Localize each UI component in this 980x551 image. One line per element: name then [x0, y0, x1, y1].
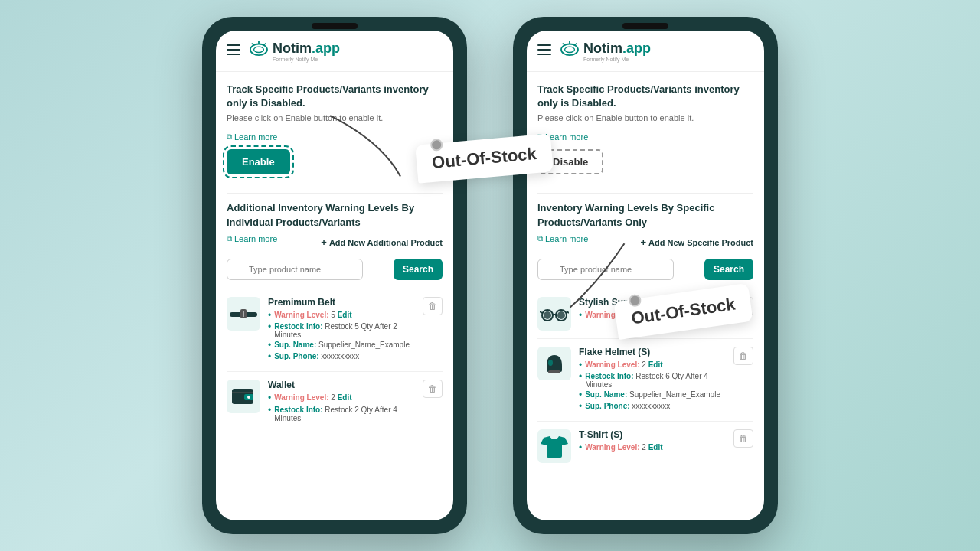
- search-button-left[interactable]: Search: [394, 259, 443, 280]
- divider-left: [227, 193, 443, 194]
- inventory-section-left: Additional Inventory Warning Levels By I…: [227, 201, 443, 432]
- detail-supphone-belt: Sup. Phone: xxxxxxxxxx: [268, 352, 415, 362]
- search-button-right[interactable]: Search: [704, 259, 753, 280]
- detail-restock-helmet: Restock Info: Restock 6 Qty After 4 Minu…: [579, 372, 726, 389]
- actions-row-right: Learn more Add New Specific Product: [537, 234, 753, 251]
- product-name-belt: Premimum Belt: [268, 297, 415, 308]
- inventory-section-right: Inventory Warning Levels By Specific Pro…: [537, 201, 753, 471]
- search-input-right[interactable]: [537, 259, 674, 280]
- logo-subtitle-left: Formerly Notify Me: [273, 57, 340, 62]
- logo-text-right: Notim.app: [583, 41, 651, 57]
- logo-right: Notim.app Formerly Notify Me: [559, 40, 651, 62]
- detail-warning-wallet: Warning Level: 2 Edit: [268, 393, 415, 403]
- add-new-product-right[interactable]: Add New Specific Product: [640, 236, 753, 248]
- app-header-left: Notim.app Formerly Notify Me: [216, 31, 453, 72]
- svg-rect-17: [537, 54, 551, 55]
- product-info-belt: Premimum Belt Warning Level: 5 Edit Rest…: [268, 297, 415, 364]
- product-img-helmet: [537, 347, 571, 380]
- svg-rect-30: [548, 370, 560, 373]
- inventory-header-right: Inventory Warning Levels By Specific Pro…: [537, 201, 753, 229]
- add-new-product-left[interactable]: Add New Additional Product: [321, 236, 443, 248]
- detail-supphone-helmet: Sup. Phone: xxxxxxxxxx: [579, 402, 726, 412]
- svg-rect-2: [227, 54, 240, 55]
- product-img-belt: [227, 297, 260, 331]
- product-item-wallet: Wallet Warning Level: 2 Edit Restock Inf…: [227, 372, 443, 432]
- svg-rect-0: [227, 44, 240, 46]
- divider-right: [537, 193, 753, 194]
- detail-supname-belt: Sup. Name: Suppelier_Name_Example: [268, 341, 415, 350]
- phone-left-screen: Notim.app Formerly Notify Me Track Speci…: [216, 31, 453, 520]
- detail-restock-belt: Restock Info: Restock 5 Qty After 2 Minu…: [268, 322, 415, 339]
- svg-line-7: [263, 44, 266, 46]
- oos-tag-2-text: Out-Of-Stock: [630, 295, 737, 328]
- product-img-sunglass: [537, 297, 571, 331]
- detail-restock-wallet: Restock Info: Restock 2 Qty After 4 Minu…: [268, 406, 415, 422]
- svg-point-31: [548, 360, 553, 366]
- tracking-subtitle-left: Please click on Enable button to enable …: [227, 113, 443, 122]
- delete-belt[interactable]: 🗑: [423, 297, 443, 315]
- product-item-tshirt: T-Shirt (S) Warning Level: 2 Edit 🗑: [537, 422, 753, 471]
- product-item-helmet: Flake Helmet (S) Warning Level: 2 Edit R…: [537, 339, 753, 422]
- phone-left: Notim.app Formerly Notify Me Track Speci…: [202, 17, 467, 534]
- svg-line-6: [252, 44, 254, 46]
- search-input-wrapper-right: [537, 259, 700, 280]
- learn-more-inventory-right[interactable]: Learn more: [537, 234, 588, 243]
- menu-icon-left[interactable]: [227, 43, 240, 59]
- tracking-section-right: Track Specific Products/Variants invento…: [537, 83, 753, 185]
- svg-point-19: [565, 47, 575, 52]
- svg-point-25: [544, 311, 551, 319]
- app-header-right: Notim.app Formerly Notify Me: [527, 31, 764, 72]
- oos-tag-1-text: Out-Of-Stock: [431, 144, 537, 172]
- logo-text-left: Notim.app: [273, 41, 340, 57]
- svg-point-3: [250, 44, 267, 56]
- phone-right: Notim.app Formerly Notify Me Track Speci…: [513, 17, 778, 534]
- svg-line-22: [574, 44, 577, 46]
- svg-point-4: [254, 47, 264, 52]
- logo-subtitle-right: Formerly Notify Me: [583, 57, 651, 62]
- search-row-left: Search: [227, 259, 443, 280]
- learn-more-left[interactable]: Learn more: [227, 132, 277, 142]
- svg-point-13: [247, 396, 250, 399]
- svg-rect-10: [243, 311, 244, 317]
- svg-point-26: [557, 311, 565, 319]
- enable-button[interactable]: Enable: [227, 149, 290, 174]
- product-name-wallet: Wallet: [268, 380, 415, 390]
- product-info-wallet: Wallet Warning Level: 2 Edit Restock Inf…: [268, 380, 415, 423]
- product-img-tshirt: [537, 429, 571, 463]
- learn-more-inventory-left[interactable]: Learn more: [227, 234, 277, 243]
- logo-left: Notim.app Formerly Notify Me: [248, 40, 340, 62]
- menu-icon-right[interactable]: [537, 43, 551, 59]
- product-item-belt: Premimum Belt Warning Level: 5 Edit Rest…: [227, 289, 443, 373]
- detail-warning-tshirt: Warning Level: 2 Edit: [579, 443, 726, 453]
- inventory-header-left: Additional Inventory Warning Levels By I…: [227, 201, 443, 229]
- detail-warning-helmet: Warning Level: 2 Edit: [579, 360, 726, 370]
- delete-tshirt[interactable]: 🗑: [733, 429, 753, 448]
- detail-warning-belt: Warning Level: 5 Edit: [268, 311, 415, 321]
- svg-rect-1: [227, 49, 240, 51]
- delete-helmet[interactable]: 🗑: [733, 347, 753, 365]
- svg-line-28: [540, 311, 542, 313]
- tracking-section-left: Track Specific Products/Variants invento…: [227, 83, 443, 185]
- tracking-title-right: Track Specific Products/Variants invento…: [537, 83, 753, 110]
- svg-rect-16: [537, 49, 551, 51]
- tracking-subtitle-right: Please click on Enable button to enable …: [537, 113, 753, 122]
- svg-line-21: [563, 44, 565, 46]
- search-input-wrapper-left: [227, 259, 389, 280]
- svg-rect-15: [537, 44, 551, 46]
- svg-point-18: [561, 44, 578, 56]
- product-name-tshirt: T-Shirt (S): [579, 429, 726, 440]
- actions-row-left: Learn more Add New Additional Product: [227, 234, 443, 251]
- delete-wallet[interactable]: 🗑: [423, 380, 443, 398]
- product-img-wallet: [227, 380, 260, 413]
- search-row-right: Search: [537, 259, 753, 280]
- oos-tag-2: Out-Of-Stock: [616, 292, 751, 331]
- svg-line-29: [567, 311, 569, 313]
- detail-supname-helmet: Sup. Name: Suppelier_Name_Example: [579, 390, 726, 400]
- product-name-helmet: Flake Helmet (S): [579, 347, 726, 357]
- search-input-left[interactable]: [227, 259, 363, 280]
- oos-tag-1: Out-Of-Stock: [416, 139, 552, 178]
- phone-right-screen: Notim.app Formerly Notify Me Track Speci…: [527, 31, 764, 520]
- product-info-helmet: Flake Helmet (S) Warning Level: 2 Edit R…: [579, 347, 726, 414]
- product-info-tshirt: T-Shirt (S) Warning Level: 2 Edit: [579, 429, 726, 455]
- tracking-title-left: Track Specific Products/Variants invento…: [227, 83, 443, 110]
